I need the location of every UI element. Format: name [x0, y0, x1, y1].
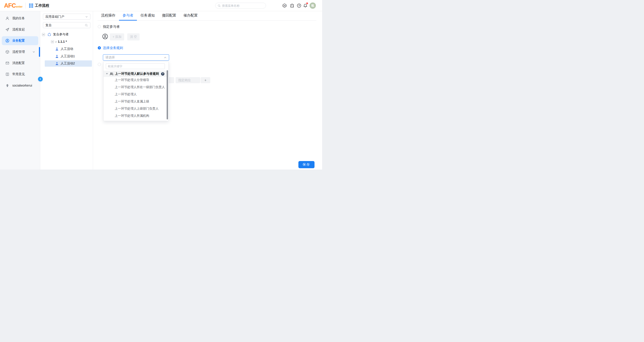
app-portal-select[interactable]: 应用基础门户	[43, 14, 90, 20]
rule-option[interactable]: 上一环节处理人上级部门负责人	[104, 105, 166, 112]
radio-select-business-rule[interactable]	[98, 46, 101, 50]
user-icon	[5, 16, 10, 20]
tab-withdraw-config[interactable]: 撤回配置	[158, 11, 180, 20]
rule-dropdown-search-box[interactable]	[106, 63, 165, 69]
person-activity-icon	[55, 62, 59, 66]
avatar[interactable]: 租	[310, 2, 316, 9]
tree-node-activity[interactable]: 人工活动1	[55, 53, 75, 60]
rule-select-placeholder: 请选择	[105, 56, 164, 60]
tab-participant[interactable]: 参与者	[119, 11, 137, 20]
avatar-text: 租	[311, 4, 314, 8]
menu-search-box[interactable]	[215, 3, 266, 8]
search-icon	[218, 4, 221, 8]
clear-participant-button[interactable]: 清 空	[127, 33, 140, 40]
people-group-icon	[110, 72, 114, 76]
business-rule-select[interactable]: 请选择	[103, 54, 169, 60]
note-add-icon	[5, 72, 10, 76]
assign-participant-label: 指定参与者	[103, 24, 120, 29]
add-participant-button[interactable]: + 添加	[110, 33, 124, 40]
person-activity-icon	[55, 54, 59, 58]
main-content: 流程操作 参与者 任务通知 撤回配置 催办配置 指定参与者 + 添加 清 空 选…	[93, 11, 322, 170]
composite-participant-icon	[48, 33, 51, 36]
tree-search-box[interactable]	[43, 22, 90, 28]
tab-urge-config[interactable]: 催办配置	[180, 11, 201, 20]
chevron-down-icon	[85, 16, 88, 18]
sidebar-item-label: 我的任务	[12, 16, 25, 20]
sidebar-item-common-opinions[interactable]: 常用意见	[2, 70, 38, 79]
sidebar-item-socialworkerui[interactable]: socialworkerui	[2, 81, 38, 90]
plugin-icon[interactable]	[290, 3, 294, 8]
business-rule-label: 选择业务规则	[103, 46, 123, 50]
tree-checkbox[interactable]	[51, 40, 54, 43]
search-icon	[85, 24, 88, 27]
tree-node-label: 人工活动	[60, 47, 73, 51]
app-portal-select-value: 应用基础门户	[46, 15, 85, 19]
process-tree-panel: 应用基础门户 复合参与者 v 1.1.1	[40, 11, 93, 170]
tree-checkbox[interactable]	[42, 33, 45, 36]
arrow-up-icon	[5, 84, 10, 88]
save-button[interactable]: 保存	[298, 161, 314, 168]
rule-dropdown-search-input[interactable]	[108, 65, 163, 68]
header-divider	[26, 3, 26, 8]
sidebar-collapse-button[interactable]	[38, 77, 43, 82]
tree-node-activity-selected[interactable]: 人工活动2	[45, 60, 92, 67]
sidebar-item-my-tasks[interactable]: 我的任务	[2, 14, 38, 23]
chevron-up-icon	[164, 56, 167, 59]
sidebar-item-label: 消息配置	[12, 61, 25, 65]
tree-node-label: 复合参与者	[53, 32, 69, 36]
rule-option[interactable]: 上一环节处理人	[104, 91, 166, 98]
notifications-icon[interactable]	[303, 3, 308, 8]
rule-dropdown-panel: 上一环节处理人默认参与者规则 ? 上一环节处理人分管领导 上一环节处理人所在一级…	[103, 61, 169, 121]
rule-group-label: 上一环节处理人默认参与者规则	[115, 72, 159, 76]
rule-option[interactable]: 上一环节处理人所在一级部门负责人	[104, 84, 166, 91]
chevron-left-icon	[39, 78, 42, 80]
tree-node-version[interactable]: v 1.1.1 *	[51, 38, 67, 45]
tree-node-activity[interactable]: 人工活动	[55, 46, 73, 52]
rule-option[interactable]: 上一环节处理人分管领导	[104, 76, 166, 84]
tree-node-label: 人工活动1	[60, 54, 75, 58]
assign-post-placeholder: 指定岗位	[178, 78, 191, 82]
tab-process-operation[interactable]: 流程操作	[98, 11, 119, 20]
send-icon	[5, 28, 10, 32]
version-prefix: v	[55, 40, 57, 44]
user-circle-icon	[5, 39, 10, 43]
rule-option[interactable]: 上一环节处理人所属机构	[104, 112, 166, 120]
ai-assistant-icon[interactable]: AI	[282, 3, 287, 8]
notification-dot	[306, 2, 308, 4]
tab-task-notify[interactable]: 任务通知	[137, 11, 158, 20]
sidebar-item-process-start[interactable]: 流程发起	[2, 25, 38, 34]
mail-icon	[5, 61, 10, 65]
workflow-config-page: AFC enter 工作流程 AI	[0, 0, 322, 171]
sidebar-item-business-config[interactable]: 业务配置	[2, 36, 38, 45]
rule-group-header[interactable]: 上一环节处理人默认参与者规则 ?	[104, 71, 169, 77]
sidebar: 我的任务 流程发起 业务配置 流程管理	[0, 11, 40, 170]
logo-brand-text: AFC	[4, 2, 16, 10]
radio-assign-participant[interactable]	[98, 25, 101, 28]
sidebar-item-message-config[interactable]: 消息配置	[2, 58, 38, 68]
tree-search-input[interactable]	[46, 24, 85, 27]
person-activity-icon	[55, 47, 59, 51]
help-badge-icon[interactable]: ?	[161, 72, 164, 76]
tree-node-label: 1.1.1 *	[58, 40, 67, 44]
help-icon[interactable]: ?	[297, 3, 301, 8]
sidebar-item-process-manage[interactable]: 流程管理	[2, 48, 38, 56]
cube-icon	[5, 50, 10, 54]
app-header: AFC enter 工作流程 AI	[0, 0, 322, 11]
app-grid-icon[interactable]	[29, 4, 33, 8]
sidebar-item-label: 业务配置	[12, 39, 25, 43]
dropdown-scrollbar[interactable]	[167, 70, 168, 120]
add-post-button[interactable]: +	[201, 77, 210, 83]
svg-text:AI: AI	[284, 5, 286, 7]
rule-option[interactable]: 上一环节处理人直属上级	[104, 98, 166, 105]
assign-post-input[interactable]: 指定岗位	[176, 77, 200, 83]
radio-hidden-option[interactable]	[98, 63, 101, 66]
svg-text:?: ?	[298, 4, 300, 7]
afcenter-logo: AFC enter	[4, 2, 22, 10]
tree-node-composite-participant[interactable]: 复合参与者	[42, 31, 69, 38]
sidebar-item-label: socialworkerui	[12, 84, 32, 87]
menu-search-input[interactable]	[222, 4, 264, 8]
chevron-down-icon	[32, 50, 35, 53]
sidebar-item-label: 常用意见	[12, 72, 25, 76]
sidebar-item-label: 流程管理	[12, 50, 25, 54]
participant-person-icon	[102, 34, 108, 39]
